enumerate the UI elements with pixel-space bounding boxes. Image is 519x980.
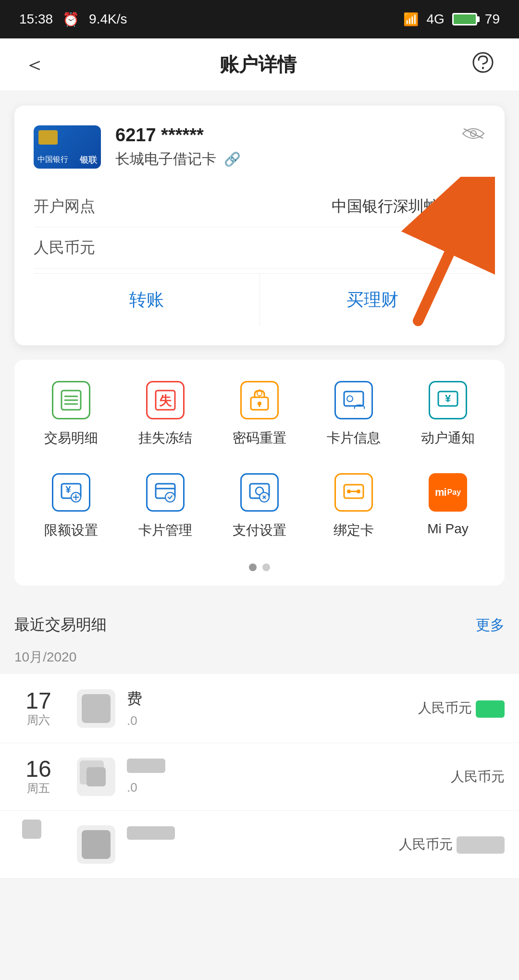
- tx-currency-2: 人民币元: [451, 768, 505, 786]
- transaction-item-1[interactable]: 17 周六 费 .0 人民币元: [0, 674, 519, 743]
- dot-2: [262, 564, 270, 571]
- tx-name-3: [127, 826, 399, 844]
- kaxinxin-label: 卡片信息: [327, 429, 381, 447]
- svg-point-18: [347, 396, 353, 402]
- svg-point-28: [165, 492, 175, 502]
- function-item-bangdingka[interactable]: 绑定卡: [315, 471, 392, 539]
- tx-date-col-1: 17 周六: [14, 689, 62, 728]
- function-item-kaxinxin[interactable]: 卡片信息: [315, 379, 392, 447]
- tx-amount-blur-3: [457, 836, 505, 854]
- tx-weekday-2: 周五: [14, 781, 62, 796]
- bangdingka-icon: [334, 473, 373, 512]
- card-number: 6217 ******: [115, 125, 485, 146]
- recent-transactions-title: 最近交易明细: [14, 614, 107, 636]
- card-header: 银联 6217 ****** 长城电子借记卡 🔗: [34, 125, 485, 169]
- function-grid: 交易明细 失 挂失冻结: [14, 360, 505, 586]
- alarm-icon: ⏰: [62, 12, 79, 27]
- transaction-item-3[interactable]: 人民币元: [0, 811, 519, 879]
- transaction-item-2[interactable]: 16 周五 .0 人民币元: [0, 743, 519, 811]
- tx-name-2: [127, 759, 451, 776]
- donghutongzhi-label: 动户通知: [421, 429, 475, 447]
- tx-icon-1: [77, 689, 115, 728]
- status-time: 15:38: [19, 12, 53, 27]
- zhifushezhi-icon: [240, 473, 279, 512]
- svg-point-15: [257, 391, 262, 396]
- guashidongjie-icon: 失: [146, 381, 185, 419]
- page-title: 账户详情: [220, 51, 297, 78]
- recent-transactions-header: 最近交易明细 更多: [0, 600, 519, 640]
- xianeshezhi-label: 限额设置: [44, 521, 98, 539]
- transfer-button[interactable]: 转账: [34, 274, 260, 326]
- bangdingka-label: 绑定卡: [334, 521, 374, 539]
- zhifushezhi-label: 支付设置: [233, 521, 286, 539]
- function-item-xianeshezhi[interactable]: ¥ 限额设置: [33, 471, 110, 539]
- function-row-1: 交易明细 失 挂失冻结: [24, 379, 495, 447]
- jiaoyimingxi-icon: [52, 381, 90, 419]
- svg-text:¥: ¥: [445, 392, 451, 404]
- mipay-icon: mi Pay: [429, 473, 467, 512]
- tx-amount-col-1: 人民币元: [418, 699, 505, 718]
- svg-text:¥: ¥: [65, 484, 71, 495]
- kaguanli-icon: [146, 473, 185, 512]
- dot-1: [249, 564, 257, 571]
- function-item-guashidongjie[interactable]: 失 挂失冻结: [127, 379, 204, 447]
- tx-sub-3: [127, 848, 399, 863]
- tx-amount-blur-1: [476, 700, 505, 718]
- tx-name-1: 费: [127, 688, 418, 710]
- battery-percent: 79: [485, 12, 500, 27]
- investment-button[interactable]: 买理财: [260, 274, 486, 326]
- svg-point-37: [357, 490, 360, 493]
- svg-text:失: 失: [159, 393, 172, 408]
- svg-point-35: [347, 490, 351, 493]
- function-row-2: ¥ 限额设置: [24, 471, 495, 539]
- card-actions: 转账 买理财: [34, 273, 485, 326]
- balance-value: .00: [458, 237, 485, 258]
- function-item-zhifushezhi[interactable]: 支付设置: [221, 471, 298, 539]
- function-item-mimachongzhi[interactable]: 密码重置: [221, 379, 298, 447]
- tx-day-1: 17: [14, 689, 62, 712]
- kaguanli-label: 卡片管理: [138, 521, 192, 539]
- mimachongzhi-label: 密码重置: [233, 429, 286, 447]
- function-item-mipay[interactable]: mi Pay Mi Pay: [409, 471, 486, 539]
- network-speed: 9.4K/s: [89, 12, 127, 27]
- more-link[interactable]: 更多: [476, 615, 505, 635]
- balance-row: 人民币元 .00: [34, 227, 485, 269]
- tx-currency-1: 人民币元: [418, 699, 505, 718]
- page-indicator: [24, 564, 495, 571]
- tx-detail-3: [127, 826, 399, 863]
- tx-detail-2: .0: [127, 759, 451, 795]
- date-group-october: 10月/2020: [0, 640, 519, 674]
- eye-icon[interactable]: [461, 125, 485, 147]
- tx-date-col-2: 16 周五: [14, 758, 62, 796]
- signal-icon: 📶: [403, 12, 419, 27]
- battery-indicator: [452, 13, 477, 25]
- function-item-kaguanli[interactable]: 卡片管理: [127, 471, 204, 539]
- function-item-donghutongzhi[interactable]: ¥ 动户通知: [409, 379, 486, 447]
- header: ＜ 账户详情: [0, 38, 519, 91]
- branch-label: 开户网点: [34, 196, 95, 217]
- function-item-jiaoyimingxi[interactable]: 交易明细: [33, 379, 110, 447]
- support-button[interactable]: [471, 50, 495, 79]
- branch-value: 中国银行深圳蛇乡支行: [332, 196, 485, 217]
- tx-icon-2: [77, 758, 115, 796]
- tx-amount-col-3: 人民币元: [399, 835, 505, 854]
- tx-sub-2: .0: [127, 780, 451, 795]
- tx-weekday-1: 周六: [14, 712, 62, 728]
- mimachongzhi-icon: [240, 381, 279, 419]
- card-external-link-icon[interactable]: 🔗: [224, 151, 241, 167]
- xianeshezhi-icon: ¥: [52, 473, 90, 512]
- tx-sub-1: .0: [127, 713, 418, 728]
- status-bar: 15:38 ⏰ 9.4K/s 📶 4G 79: [0, 0, 519, 38]
- card-section: 银联 6217 ****** 长城电子借记卡 🔗 开户网点 中国银行深圳蛇乡支行…: [14, 106, 505, 345]
- jiaoyimingxi-label: 交易明细: [44, 429, 98, 447]
- tx-currency-3: 人民币元: [399, 835, 505, 854]
- tx-icon-3: [77, 825, 115, 864]
- branch-row: 开户网点 中国银行深圳蛇乡支行: [34, 186, 485, 227]
- donghutongzhi-icon: ¥: [429, 381, 467, 419]
- network-type: 4G: [426, 12, 444, 27]
- mipay-label: Mi Pay: [427, 521, 469, 537]
- tx-detail-1: 费 .0: [127, 688, 418, 728]
- tx-day-2: 16: [14, 758, 62, 781]
- back-button[interactable]: ＜: [24, 50, 45, 79]
- tx-amount-col-2: 人民币元: [451, 768, 505, 786]
